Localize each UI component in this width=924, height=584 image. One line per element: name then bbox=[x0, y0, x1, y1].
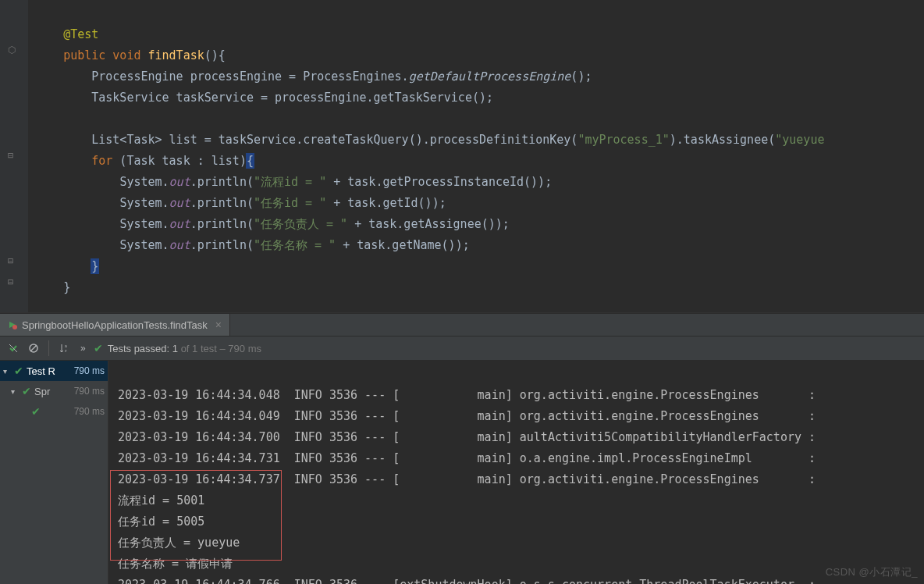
console-line: 任务id = 5005 bbox=[118, 515, 204, 529]
static-call: getDefaultProcessEngine bbox=[409, 69, 571, 84]
test-run-icon bbox=[8, 320, 17, 329]
test-tree[interactable]: ▾ ✔ Test R 790 ms ▾ ✔ Spr 790 ms ✔ 790 m… bbox=[0, 361, 108, 584]
tests-status: ✔ Tests passed: 1 of 1 test – 790 ms bbox=[94, 342, 261, 354]
brace-close: } bbox=[91, 259, 98, 273]
code-text: ProcessEngine processEngine = ProcessEng… bbox=[91, 69, 408, 84]
string-literal: "任务名称 = " bbox=[254, 238, 336, 252]
test-tree-leaf[interactable]: ✔ 790 ms bbox=[0, 401, 108, 422]
gutter-fold-icon[interactable]: ⊟ bbox=[8, 145, 13, 166]
console-line: 2023-03-19 16:44:34.700 INFO 3536 --- [ … bbox=[118, 430, 816, 444]
keyword-void: void bbox=[112, 48, 140, 62]
field-out: out bbox=[169, 175, 190, 189]
watermark-text: CSDN @小石潭记_ bbox=[826, 561, 918, 582]
code-text: System. bbox=[119, 196, 169, 210]
run-toolbar: az » ✔ Tests passed: 1 of 1 test – 790 m… bbox=[0, 337, 924, 361]
code-text: List<Task> list = taskService.createTask… bbox=[91, 133, 578, 147]
status-detail: of 1 test – 790 ms bbox=[178, 343, 261, 354]
toolbar-divider bbox=[48, 340, 49, 356]
run-body: ▾ ✔ Test R 790 ms ▾ ✔ Spr 790 ms ✔ 790 m… bbox=[0, 361, 924, 584]
code-text: (); bbox=[570, 69, 592, 84]
console-line: 流程id = 5001 bbox=[118, 493, 204, 507]
string-literal: "任务负责人 = " bbox=[254, 217, 347, 231]
code-text: ).taskAssignee( bbox=[670, 133, 775, 147]
console-line: 2023-03-19 16:44:34.731 INFO 3536 --- [ … bbox=[118, 451, 816, 465]
test-tree-root[interactable]: ▾ ✔ Test R 790 ms bbox=[0, 361, 108, 381]
code-editor[interactable]: ⬡ ⊟ ⊟ ⊟ @Test public void findTask(){ Pr… bbox=[0, 0, 924, 313]
code-text: .println( bbox=[190, 175, 254, 189]
console-line: 2023-03-19 16:44:34.766 INFO 3536 --- [e… bbox=[118, 578, 816, 584]
gutter-fold-icon[interactable]: ⊟ bbox=[8, 251, 13, 272]
expand-icon[interactable]: » bbox=[76, 343, 91, 354]
console-line: 任务负责人 = yueyue bbox=[118, 536, 240, 550]
console-line: 2023-03-19 16:44:34.048 INFO 3536 --- [ … bbox=[118, 388, 816, 402]
keyword-public: public bbox=[63, 48, 105, 62]
string-literal: "流程id = " bbox=[254, 175, 326, 189]
field-out: out bbox=[169, 217, 190, 231]
gutter-override-icon: ⬡ bbox=[8, 40, 16, 61]
editor-gutter: ⬡ ⊟ ⊟ ⊟ bbox=[0, 0, 29, 312]
chevron-down-icon[interactable]: ▾ bbox=[3, 367, 11, 376]
string-literal: "yueyue bbox=[775, 133, 824, 147]
code-text: .println( bbox=[190, 196, 254, 210]
console-line: 2023-03-19 16:44:34.049 INFO 3536 --- [ … bbox=[118, 409, 816, 423]
code-text: .println( bbox=[190, 238, 254, 252]
check-icon: ✔ bbox=[94, 342, 103, 354]
brace-close: } bbox=[63, 280, 70, 294]
code-text: + task.getProcessInstanceId()); bbox=[326, 175, 552, 189]
check-icon: ✔ bbox=[14, 365, 23, 377]
run-tab-bar: SpringbootHelloApplicationTests.findTask… bbox=[0, 313, 924, 337]
code-text: .println( bbox=[190, 217, 254, 231]
string-literal: "myProcess_1" bbox=[578, 133, 669, 147]
annotation: @Test bbox=[63, 27, 98, 41]
tree-time: 790 ms bbox=[74, 365, 108, 376]
code-text: + task.getName()); bbox=[336, 238, 470, 252]
method-name: findTask bbox=[148, 48, 204, 62]
keyword-for: for bbox=[91, 154, 112, 168]
test-tree-node[interactable]: ▾ ✔ Spr 790 ms bbox=[0, 381, 108, 401]
code-text: (Task task : list) bbox=[112, 154, 247, 168]
svg-text:z: z bbox=[65, 348, 67, 353]
code-text: TaskService taskService = processEngine.… bbox=[91, 91, 493, 105]
tree-label: Spr bbox=[34, 386, 50, 397]
tree-label: Test R bbox=[27, 365, 55, 377]
console-line: 任务名称 = 请假申请 bbox=[118, 557, 233, 571]
sort-button[interactable]: az bbox=[55, 340, 73, 357]
check-icon: ✔ bbox=[31, 405, 41, 418]
gutter-fold-icon[interactable]: ⊟ bbox=[8, 272, 13, 293]
code-text: + task.getAssignee()); bbox=[347, 217, 510, 231]
status-text: Tests passed: bbox=[108, 343, 172, 354]
run-tab[interactable]: SpringbootHelloApplicationTests.findTask… bbox=[0, 314, 230, 336]
close-icon[interactable]: × bbox=[212, 319, 222, 331]
chevron-down-icon[interactable]: ▾ bbox=[11, 387, 19, 396]
field-out: out bbox=[169, 238, 190, 252]
string-literal: "任务id = " bbox=[254, 196, 326, 210]
toggle-pass-button[interactable] bbox=[5, 340, 22, 357]
code-text: + task.getId()); bbox=[326, 196, 446, 210]
toggle-ignore-button[interactable] bbox=[25, 340, 42, 357]
console-line: 2023-03-19 16:44:34.737 INFO 3536 --- [ … bbox=[118, 472, 816, 486]
svg-point-0 bbox=[12, 325, 17, 329]
run-tab-label: SpringbootHelloApplicationTests.findTask bbox=[22, 319, 208, 331]
console-output[interactable]: 2023-03-19 16:44:34.048 INFO 3536 --- [ … bbox=[108, 361, 924, 584]
check-icon: ✔ bbox=[22, 385, 31, 397]
svg-line-3 bbox=[30, 345, 37, 351]
status-count: 1 bbox=[172, 343, 178, 354]
tree-time: 790 ms bbox=[74, 386, 108, 397]
code-text: System. bbox=[119, 217, 169, 231]
brace-open: { bbox=[247, 154, 254, 168]
code-content[interactable]: @Test public void findTask(){ ProcessEng… bbox=[29, 0, 924, 312]
field-out: out bbox=[169, 196, 190, 210]
tree-time: 790 ms bbox=[74, 406, 108, 417]
code-text: System. bbox=[119, 175, 169, 189]
code-text: System. bbox=[119, 238, 169, 252]
